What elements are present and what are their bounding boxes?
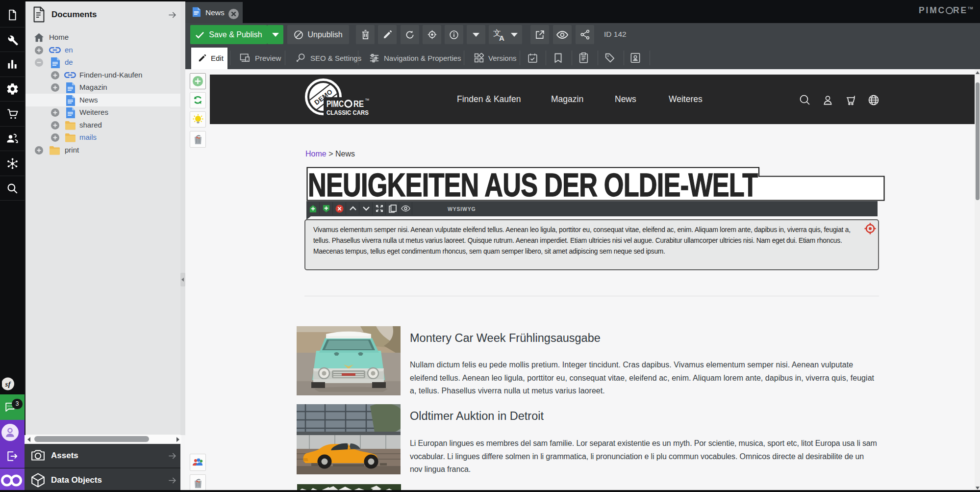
svg-text:RE: RE <box>353 99 364 109</box>
svg-text:sf: sf <box>5 380 12 388</box>
svg-text:TM: TM <box>365 98 369 101</box>
svg-text:PIMC: PIMC <box>327 99 344 109</box>
svg-text:CLASSIC CARS: CLASSIC CARS <box>327 109 369 116</box>
svg-text:A: A <box>499 34 504 41</box>
